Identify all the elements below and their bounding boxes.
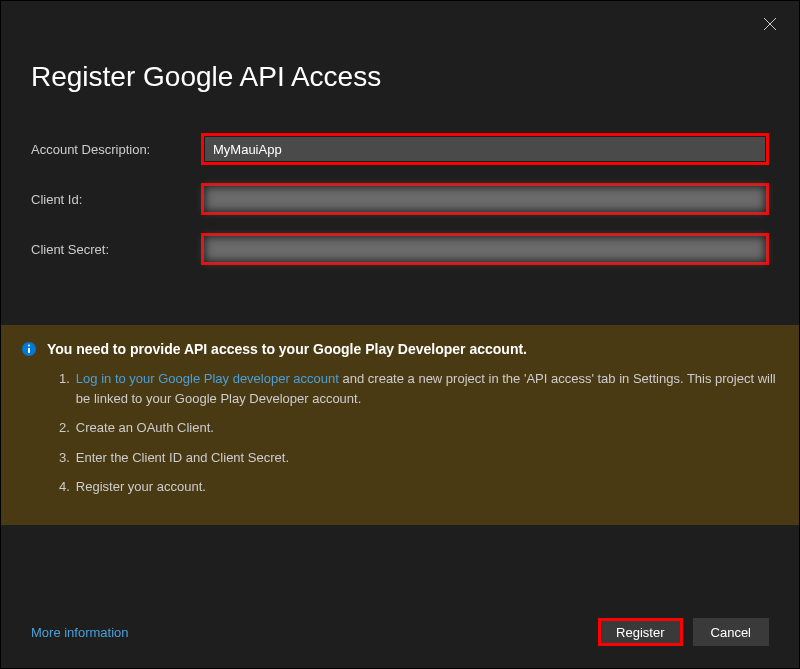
info-step-3: 3. Enter the Client ID and Client Secret… (59, 448, 779, 468)
info-title: You need to provide API access to your G… (47, 341, 527, 357)
form-section: Account Description: Client Id: Client S… (1, 133, 799, 265)
info-step-4: 4. Register your account. (59, 477, 779, 497)
account-description-input[interactable] (205, 137, 765, 161)
info-panel: You need to provide API access to your G… (1, 325, 799, 525)
dialog-footer: More information Register Cancel (1, 618, 799, 646)
client-secret-row: Client Secret: (31, 233, 769, 265)
info-step-2: 2. Create an OAuth Client. (59, 418, 779, 438)
login-google-play-link[interactable]: Log in to your Google Play developer acc… (76, 371, 339, 386)
cancel-button[interactable]: Cancel (693, 618, 769, 646)
dialog-title: Register Google API Access (1, 1, 799, 133)
info-steps-list: 1. Log in to your Google Play developer … (21, 369, 779, 497)
client-id-row: Client Id: (31, 183, 769, 215)
info-step-1: 1. Log in to your Google Play developer … (59, 369, 779, 408)
info-step-4-text: Register your account. (76, 477, 779, 497)
info-step-2-text: Create an OAuth Client. (76, 418, 779, 438)
close-icon (763, 17, 777, 31)
client-id-label: Client Id: (31, 192, 201, 207)
dialog-actions: Register Cancel (598, 618, 769, 646)
account-description-row: Account Description: (31, 133, 769, 165)
register-google-api-dialog: Register Google API Access Account Descr… (0, 0, 800, 669)
info-icon (21, 341, 37, 357)
register-button[interactable]: Register (598, 618, 682, 646)
svg-point-4 (28, 345, 30, 347)
info-step-3-text: Enter the Client ID and Client Secret. (76, 448, 779, 468)
more-information-link[interactable]: More information (31, 625, 129, 640)
client-id-input[interactable] (205, 187, 765, 211)
close-button[interactable] (763, 17, 779, 33)
account-description-label: Account Description: (31, 142, 201, 157)
client-secret-input[interactable] (205, 237, 765, 261)
client-secret-label: Client Secret: (31, 242, 201, 257)
svg-rect-3 (28, 348, 30, 353)
